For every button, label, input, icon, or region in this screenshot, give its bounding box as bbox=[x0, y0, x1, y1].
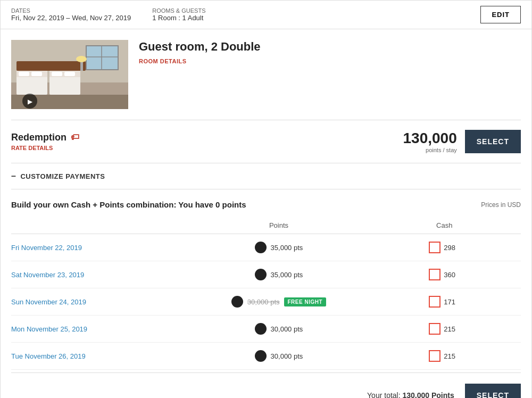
tag-icon: 🏷 bbox=[71, 132, 79, 142]
room-svg: ▶ bbox=[11, 40, 128, 109]
edit-button[interactable]: EDIT bbox=[480, 6, 521, 23]
points-text: 30,000 pts bbox=[247, 298, 280, 306]
cash-points-title: Build your own Cash + Points combination… bbox=[11, 200, 246, 209]
cash-amount: 215 bbox=[444, 325, 460, 333]
header-bar: Dates Fri, Nov 22, 2019 – Wed, Nov 27, 2… bbox=[1, 1, 531, 29]
points-text: 35,000 pts bbox=[271, 271, 303, 279]
date-cell: Tue November 26, 2019 bbox=[11, 343, 189, 370]
points-cell: 30,000 pts bbox=[189, 316, 368, 343]
redemption-section: Redemption 🏷 RATE DETAILS 130,000 points… bbox=[11, 120, 521, 163]
cash-cell: 360 bbox=[368, 261, 521, 288]
col-header-cash: Cash bbox=[368, 217, 521, 234]
rooms-label: Rooms & Guests bbox=[152, 7, 480, 14]
points-label: points / stay bbox=[403, 147, 457, 153]
dates-label: Dates bbox=[11, 7, 131, 14]
customize-toggle[interactable]: – CUSTOMIZE PAYMENTS bbox=[11, 171, 521, 181]
customize-label: CUSTOMIZE PAYMENTS bbox=[20, 172, 105, 180]
table-header-row: Points Cash bbox=[11, 217, 521, 234]
total-points-value: 130,000 Points bbox=[402, 391, 454, 398]
date-cell: Fri November 22, 2019 bbox=[11, 234, 189, 261]
main-content: ▶ Guest room, 2 Double ROOM DETAILS Rede… bbox=[1, 29, 531, 398]
col-header-date bbox=[11, 217, 189, 234]
svg-rect-17 bbox=[64, 72, 75, 76]
nights-tbody: Fri November 22, 201935,000 pts298Sat No… bbox=[11, 234, 521, 370]
cash-cell: 215 bbox=[368, 343, 521, 370]
free-night-badge: FREE NIGHT bbox=[284, 297, 327, 306]
cash-checkbox[interactable] bbox=[429, 242, 440, 253]
customize-section: – CUSTOMIZE PAYMENTS bbox=[11, 163, 521, 189]
table-row: Sat November 23, 201935,000 pts360 bbox=[11, 261, 521, 288]
redemption-select-button[interactable]: SELECT bbox=[465, 130, 521, 153]
cash-checkbox[interactable] bbox=[429, 323, 440, 335]
total-label-text: Your total: bbox=[367, 391, 401, 398]
points-cell: 30,000 ptsFREE NIGHT bbox=[189, 288, 368, 316]
date-cell: Sun November 24, 2019 bbox=[11, 288, 189, 316]
nights-table: Points Cash Fri November 22, 201935,000 … bbox=[11, 217, 521, 370]
points-cell: 35,000 pts bbox=[189, 261, 368, 288]
table-row: Tue November 26, 201930,000 pts215 bbox=[11, 343, 521, 370]
cash-checkbox[interactable] bbox=[429, 350, 440, 362]
total-label: Your total: 130,000 Points bbox=[367, 391, 454, 398]
room-info: Guest room, 2 Double ROOM DETAILS bbox=[128, 40, 261, 65]
points-text: 30,000 pts bbox=[271, 325, 303, 333]
cash-checkbox[interactable] bbox=[429, 269, 440, 280]
room-section: ▶ Guest room, 2 Double ROOM DETAILS bbox=[11, 40, 521, 109]
svg-rect-13 bbox=[31, 72, 42, 76]
table-row: Mon November 25, 201930,000 pts215 bbox=[11, 316, 521, 343]
cash-checkbox[interactable] bbox=[429, 296, 440, 308]
points-cell: 30,000 pts bbox=[189, 343, 368, 370]
room-details-link[interactable]: ROOM DETAILS bbox=[139, 58, 187, 64]
date-cell: Mon November 25, 2019 bbox=[11, 316, 189, 343]
svg-point-19 bbox=[76, 56, 87, 62]
redemption-left: Redemption 🏷 RATE DETAILS bbox=[11, 132, 403, 152]
table-row: Fri November 22, 201935,000 pts298 bbox=[11, 234, 521, 261]
svg-text:▶: ▶ bbox=[28, 98, 33, 105]
points-dot-icon bbox=[255, 269, 267, 280]
header-dates: Dates Fri, Nov 22, 2019 – Wed, Nov 27, 2… bbox=[11, 7, 131, 22]
svg-rect-12 bbox=[19, 72, 29, 76]
cash-points-section: Build your own Cash + Points combination… bbox=[11, 189, 521, 398]
cash-cell: 171 bbox=[368, 288, 521, 316]
room-image: ▶ bbox=[11, 40, 128, 109]
points-dot-icon bbox=[231, 296, 243, 308]
svg-rect-6 bbox=[86, 69, 119, 70]
date-cell: Sat November 23, 2019 bbox=[11, 261, 189, 288]
rooms-value: 1 Room : 1 Adult bbox=[152, 14, 480, 22]
header-rooms: Rooms & Guests 1 Room : 1 Adult bbox=[152, 7, 480, 22]
footer-total: Your total: 130,000 Points SELECT bbox=[11, 372, 521, 398]
cash-amount: 360 bbox=[444, 271, 460, 279]
svg-rect-16 bbox=[52, 72, 62, 76]
cash-cell: 298 bbox=[368, 234, 521, 261]
redemption-label: Redemption bbox=[11, 132, 66, 143]
points-text: 35,000 pts bbox=[271, 244, 303, 252]
points-dot-icon bbox=[255, 323, 267, 335]
prices-usd-label: Prices in USD bbox=[481, 201, 521, 209]
cash-points-header: Build your own Cash + Points combination… bbox=[11, 200, 521, 209]
cash-amount: 298 bbox=[444, 244, 460, 252]
cash-amount: 215 bbox=[444, 352, 460, 360]
rate-details-link[interactable]: RATE DETAILS bbox=[11, 145, 53, 151]
page-wrapper: Dates Fri, Nov 22, 2019 – Wed, Nov 27, 2… bbox=[0, 0, 532, 398]
points-display: 130,000 points / stay bbox=[403, 130, 457, 153]
room-title: Guest room, 2 Double bbox=[139, 40, 261, 54]
points-text: 30,000 pts bbox=[271, 352, 303, 360]
dates-value: Fri, Nov 22, 2019 – Wed, Nov 27, 2019 bbox=[11, 14, 131, 22]
points-dot-icon bbox=[255, 350, 267, 362]
col-header-points: Points bbox=[189, 217, 368, 234]
points-dot-icon bbox=[255, 242, 267, 253]
bottom-select-button[interactable]: SELECT bbox=[465, 384, 521, 398]
points-cell: 35,000 pts bbox=[189, 234, 368, 261]
cash-amount: 171 bbox=[444, 298, 460, 306]
minus-icon: – bbox=[11, 171, 16, 181]
cash-cell: 215 bbox=[368, 316, 521, 343]
table-row: Sun November 24, 201930,000 ptsFREE NIGH… bbox=[11, 288, 521, 316]
redemption-right: 130,000 points / stay SELECT bbox=[403, 130, 521, 153]
points-amount: 130,000 bbox=[403, 130, 457, 147]
redemption-title: Redemption 🏷 bbox=[11, 132, 403, 143]
svg-rect-9 bbox=[16, 61, 86, 71]
